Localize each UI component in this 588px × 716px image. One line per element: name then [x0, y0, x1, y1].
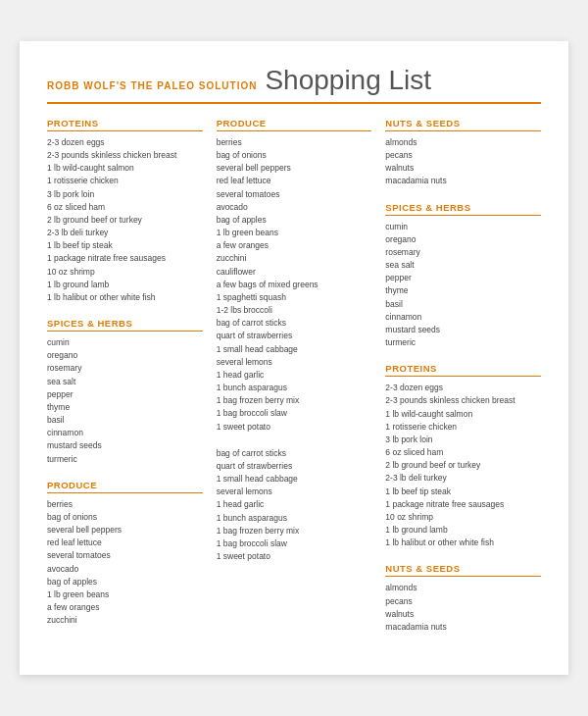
list-item: berries	[217, 136, 372, 149]
section-col2-1: Produceberriesbag of onionsseveral bell …	[217, 118, 372, 434]
section-col3-3: Proteins2-3 dozen eggs2-3 pounds skinles…	[385, 363, 541, 549]
list-item: bag of onions	[217, 149, 372, 162]
section-items: almondspecanswalnutsmacadamia nuts	[385, 582, 541, 634]
list-item: several bell peppers	[47, 524, 203, 537]
list-item: bag of onions	[47, 511, 203, 524]
list-item: pecans	[385, 149, 541, 162]
section-items: almondspecanswalnutsmacadamia nuts	[385, 136, 541, 188]
section-col3-1: Nuts & Seedsalmondspecanswalnutsmacadami…	[385, 118, 541, 188]
list-item: avocado	[217, 201, 372, 214]
list-item: 1 lb green beans	[217, 227, 372, 239]
section-title: Spices & Herbs	[47, 318, 203, 332]
list-item: 1-2 lbs broccoli	[217, 304, 372, 317]
list-item: bag of carrot sticks	[217, 447, 372, 460]
list-item: cumin	[385, 221, 541, 233]
list-item: pepper	[47, 388, 203, 401]
section-title: Produce	[47, 480, 203, 493]
list-item: oregano	[385, 233, 541, 246]
list-item: 2-3 pounds skinless chicken breast	[385, 394, 541, 407]
list-item: 1 bag frozen berry mix	[217, 394, 372, 407]
list-item: mustard seeds	[47, 439, 203, 452]
list-item: 3 lb pork loin	[47, 188, 203, 201]
list-item: a few oranges	[47, 601, 203, 614]
list-item: several lemons	[217, 356, 372, 369]
list-item: sea salt	[385, 259, 541, 272]
list-item: bag of carrot sticks	[217, 317, 372, 330]
list-item: 1 rotisserie chicken	[385, 421, 541, 434]
list-item: 6 oz sliced ham	[385, 446, 541, 459]
list-item: 1 bag broccoli slaw	[217, 407, 372, 420]
list-item: 1 package nitrate free sausages	[47, 252, 203, 265]
list-item: avocado	[47, 563, 203, 576]
section-items: berriesbag of onionsseveral bell peppers…	[47, 498, 203, 628]
section-col1-3: Produceberriesbag of onionsseveral bell …	[47, 480, 203, 628]
list-item: 1 small head cabbage	[217, 343, 372, 356]
list-item: bag of apples	[217, 214, 372, 227]
section-title: Nuts & Seeds	[385, 118, 541, 131]
list-item: turmeric	[385, 336, 541, 349]
list-item: rosemary	[385, 246, 541, 259]
section-items: 2-3 dozen eggs2-3 pounds skinless chicke…	[385, 382, 541, 549]
section-col3-4: Nuts & Seedsalmondspecanswalnutsmacadami…	[385, 563, 541, 634]
column-3: Nuts & Seedsalmondspecanswalnutsmacadami…	[385, 118, 541, 647]
section-items: cuminoreganorosemarysea saltpepperthymeb…	[47, 336, 203, 466]
list-item: 1 bag broccoli slaw	[217, 537, 372, 550]
list-item: rosemary	[47, 362, 203, 375]
list-item: 2-3 pounds skinless chicken breast	[47, 149, 203, 162]
list-item: 1 lb beef tip steak	[47, 239, 203, 252]
list-item: cinnamon	[385, 311, 541, 324]
list-item: 2-3 dozen eggs	[47, 136, 203, 149]
page: Robb Wolf's The Paleo Solution Shopping …	[20, 41, 568, 675]
list-item: 1 package nitrate free sausages	[385, 498, 541, 511]
list-item: 1 small head cabbage	[217, 473, 372, 486]
list-item: 10 oz shrimp	[385, 511, 541, 524]
content-grid: Proteins2-3 dozen eggs2-3 pounds skinles…	[47, 118, 541, 647]
list-item: quart of strawberries	[217, 330, 372, 342]
section-col1-1: Proteins2-3 dozen eggs2-3 pounds skinles…	[47, 118, 203, 304]
list-item: almonds	[385, 582, 541, 594]
section-col3-2: Spices & Herbscuminoreganorosemarysea sa…	[385, 202, 541, 350]
section-items: cuminoreganorosemarysea saltpepperthymeb…	[385, 221, 541, 350]
header-subtitle: Robb Wolf's The Paleo Solution	[47, 80, 257, 91]
list-item: berries	[47, 498, 203, 511]
list-item: 1 lb ground lamb	[47, 279, 203, 291]
section-items: bag of carrot sticksquart of strawberrie…	[217, 447, 372, 564]
list-item: thyme	[385, 284, 541, 297]
list-item: macadamia nuts	[385, 621, 541, 634]
list-item: several bell peppers	[217, 162, 372, 175]
list-item: 2 lb ground beef or turkey	[47, 214, 203, 227]
list-item: macadamia nuts	[385, 175, 541, 187]
list-item: zucchini	[217, 252, 372, 265]
list-item: 1 head garlic	[217, 369, 372, 382]
list-item: pecans	[385, 595, 541, 608]
list-item: a few bags of mixed greens	[217, 279, 372, 291]
section-col2-2: bag of carrot sticksquart of strawberrie…	[217, 447, 372, 564]
section-items: 2-3 dozen eggs2-3 pounds skinless chicke…	[47, 136, 203, 304]
list-item: 2-3 dozen eggs	[385, 382, 541, 394]
list-item: mustard seeds	[385, 324, 541, 336]
list-item: walnuts	[385, 162, 541, 175]
section-col1-2: Spices & Herbscuminoreganorosemarysea sa…	[47, 318, 203, 466]
column-1: Proteins2-3 dozen eggs2-3 pounds skinles…	[47, 118, 203, 647]
list-item: 1 lb halibut or other white fish	[385, 537, 541, 549]
section-items: berriesbag of onionsseveral bell peppers…	[217, 136, 372, 434]
list-item: red leaf lettuce	[217, 175, 372, 187]
list-item: bag of apples	[47, 576, 203, 588]
list-item: cinnamon	[47, 427, 203, 439]
list-item: several lemons	[217, 486, 372, 498]
list-item: 1 bunch asparagus	[217, 512, 372, 525]
list-item: thyme	[47, 401, 203, 414]
list-item: 2 lb ground beef or turkey	[385, 459, 541, 472]
header-divider	[47, 102, 541, 104]
list-item: 1 head garlic	[217, 498, 372, 511]
list-item: pepper	[385, 272, 541, 284]
section-title: Proteins	[385, 363, 541, 377]
list-item: quart of strawberries	[217, 460, 372, 473]
list-item: 1 sweet potato	[217, 421, 372, 434]
list-item: 3 lb pork loin	[385, 434, 541, 446]
list-item: 1 lb beef tip steak	[385, 486, 541, 498]
section-title: Proteins	[47, 118, 203, 131]
list-item: basil	[47, 414, 203, 427]
list-item: cumin	[47, 336, 203, 349]
list-item: oregano	[47, 349, 203, 362]
